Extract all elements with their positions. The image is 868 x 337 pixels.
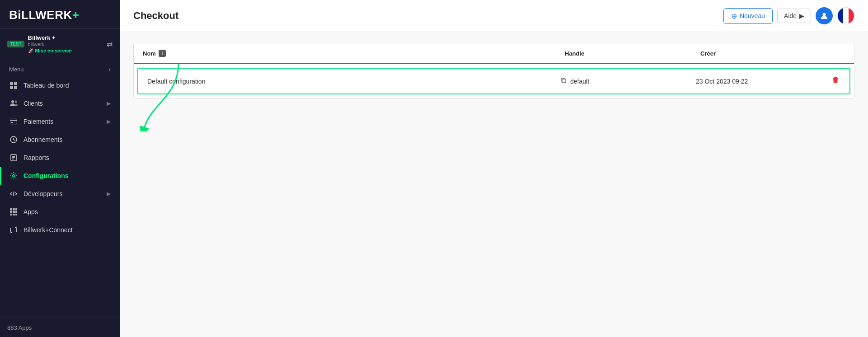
svg-point-4 — [11, 100, 14, 103]
sidebar-item-developpeurs[interactable]: Développeurs ▶ — [0, 185, 120, 203]
test-badge: TEST — [7, 41, 24, 47]
apps-icon — [9, 207, 18, 216]
menu-header: Menu ‹ — [0, 59, 120, 76]
language-flag[interactable] — [837, 7, 854, 24]
svg-rect-27 — [835, 79, 835, 82]
chevron-right-icon: ▶ — [107, 100, 111, 107]
svg-rect-8 — [11, 122, 13, 123]
sidebar-bottom: 883 Apps — [0, 318, 120, 337]
connect-icon — [9, 225, 18, 234]
logo: BiLLWERK+ — [9, 8, 79, 22]
sidebar-item-label: Billwerk+Connect — [23, 226, 73, 234]
topbar-actions: ⊕ Nouveau Aide ▶ — [723, 7, 854, 24]
nouveau-button[interactable]: ⊕ Nouveau — [723, 8, 773, 24]
sidebar-item-tableau[interactable]: Tableau de bord — [0, 76, 120, 94]
svg-rect-24 — [15, 214, 17, 215]
checkout-table: Nom i Handle Créer Default configuration — [133, 43, 854, 98]
sidebar-item-clients[interactable]: Clients ▶ — [0, 94, 120, 112]
plus-circle-icon: ⊕ — [731, 12, 737, 20]
sidebar-item-label: Abonnements — [23, 136, 62, 143]
chevron-right-icon: ▶ — [107, 118, 111, 125]
svg-rect-19 — [10, 211, 12, 213]
account-section: TEST Billwerk + billwerk-- Mise en servi… — [0, 29, 120, 59]
svg-rect-20 — [13, 211, 15, 213]
copy-icon — [560, 77, 567, 85]
svg-rect-1 — [14, 82, 17, 85]
sidebar-item-apps[interactable]: Apps — [0, 203, 120, 221]
chevron-right-icon: ▶ — [107, 191, 111, 197]
svg-rect-2 — [10, 86, 13, 89]
td-delete[interactable] — [822, 69, 849, 94]
svg-point-5 — [15, 101, 17, 103]
table-header: Nom i Handle Créer — [134, 43, 854, 64]
rapports-icon — [9, 153, 18, 162]
account-info: Billwerk + billwerk-- Mise en service — [28, 34, 72, 53]
sidebar-item-label: Configurations — [23, 172, 69, 179]
page-title: Checkout — [133, 10, 178, 22]
mise-badge: Mise en service — [28, 48, 72, 53]
account-left: TEST Billwerk + billwerk-- Mise en servi… — [7, 34, 72, 53]
sidebar-item-abonnements[interactable]: Abonnements — [0, 131, 120, 149]
sidebar-item-label: Développeurs — [23, 190, 62, 197]
delete-icon[interactable] — [831, 76, 840, 86]
sidebar: BiLLWERK+ TEST Billwerk + billwerk-- Mis… — [0, 0, 120, 337]
svg-rect-18 — [15, 208, 17, 211]
table-row[interactable]: Default configuration default 23 Oct 202… — [137, 68, 850, 94]
content-area: Nom i Handle Créer Default configuration — [120, 32, 868, 337]
th-nom: Nom i — [134, 43, 556, 63]
nav-items: Tableau de bord Clients ▶ — [0, 76, 120, 318]
svg-rect-23 — [13, 214, 15, 215]
sidebar-item-configurations[interactable]: Configurations — [0, 167, 120, 185]
sidebar-item-label: Clients — [23, 100, 43, 107]
sidebar-item-billwerk-connect[interactable]: Billwerk+Connect — [0, 221, 120, 239]
account-name: Billwerk + — [28, 34, 72, 41]
sidebar-item-paiements[interactable]: Paiements ▶ — [0, 112, 120, 131]
svg-rect-16 — [10, 208, 12, 211]
sidebar-item-rapports[interactable]: Rapports — [0, 149, 120, 167]
svg-rect-0 — [10, 82, 13, 85]
svg-rect-21 — [15, 211, 17, 213]
th-actions — [827, 43, 854, 63]
sidebar-item-label: Apps — [23, 208, 38, 215]
svg-rect-3 — [14, 86, 17, 89]
user-button[interactable] — [816, 7, 833, 24]
dashboard-icon — [9, 81, 18, 90]
svg-point-14 — [13, 175, 15, 177]
sidebar-item-label: Paiements — [23, 118, 53, 125]
aide-button[interactable]: Aide ▶ — [777, 9, 811, 23]
logo-area: BiLLWERK+ — [0, 0, 120, 29]
configurations-icon — [9, 171, 18, 180]
paiements-icon — [9, 117, 18, 126]
svg-rect-28 — [836, 79, 837, 82]
th-handle: Handle — [556, 43, 691, 63]
svg-rect-6 — [10, 119, 17, 124]
main-content: Checkout ⊕ Nouveau Aide ▶ — [120, 0, 868, 337]
svg-rect-26 — [562, 79, 566, 83]
clients-icon — [9, 99, 18, 108]
aide-arrow-icon: ▶ — [799, 12, 804, 19]
nom-info-icon: i — [159, 50, 166, 57]
sidebar-item-label: Tableau de bord — [23, 82, 69, 89]
collapse-icon[interactable]: ‹ — [108, 66, 111, 73]
developpeurs-icon — [9, 189, 18, 198]
td-handle: default — [551, 69, 687, 94]
abonnements-icon — [9, 135, 18, 144]
svg-rect-17 — [13, 208, 15, 211]
td-created: 23 Oct 2023 09:22 — [687, 69, 822, 94]
swap-icon[interactable]: ⇄ — [107, 40, 113, 48]
svg-line-15 — [13, 192, 14, 196]
sidebar-item-label: Rapports — [23, 154, 49, 161]
svg-rect-22 — [10, 214, 12, 215]
td-nom: Default configuration — [138, 69, 551, 94]
svg-point-25 — [823, 13, 826, 16]
topbar: Checkout ⊕ Nouveau Aide ▶ — [120, 0, 868, 32]
th-creer: Créer — [691, 43, 827, 63]
apps-count: 883 Apps — [7, 324, 32, 331]
menu-label: Menu — [9, 66, 24, 73]
account-sub: billwerk-- — [28, 42, 72, 47]
